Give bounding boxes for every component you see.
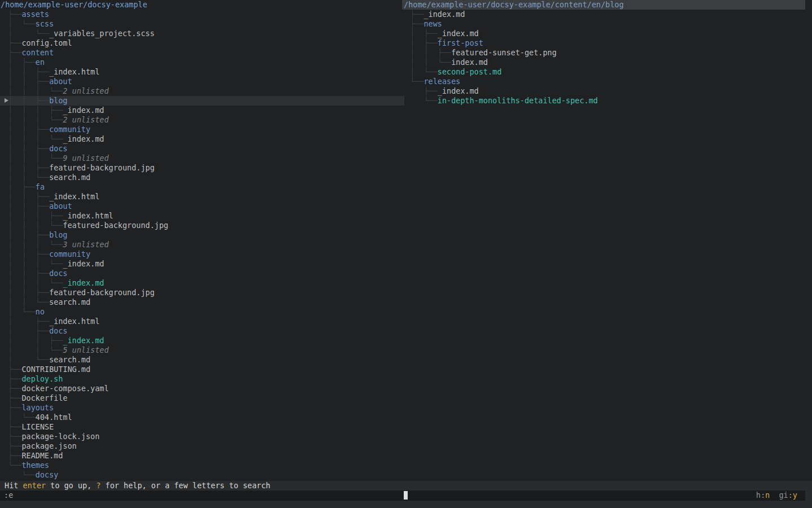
directory-name: fa (36, 182, 45, 191)
left-tree-row-41[interactable]: ├──layouts (0, 403, 404, 413)
left-tree-row-44[interactable]: ├──package-lock.json (0, 432, 404, 441)
left-tree-row-19[interactable]: │ │ ├──_index.html (0, 192, 404, 202)
right-tree-row-7[interactable]: └──releases (402, 77, 812, 86)
right-tree-row-9[interactable]: └──in-depth-monoliths-detailed-spec.md (402, 96, 812, 106)
left-tree-row-48[interactable]: └──docsy (0, 470, 404, 480)
file-name: featured-background.jpg (49, 163, 155, 172)
file-name: featured-sunset-get.png (451, 48, 557, 57)
left-tree-row-14[interactable]: │ │ ├──docs (0, 144, 404, 154)
tree-branch-lines: │ │ │ └── (8, 115, 63, 124)
tree-branch-lines: │ └── (8, 19, 36, 28)
left-tree-row-1[interactable]: │ └──scss (0, 19, 404, 29)
tree-branch-lines: ├── (8, 432, 21, 441)
left-tree-row-31[interactable]: │ └──no (0, 307, 404, 317)
unlisted-count: 9 unlisted (63, 154, 109, 163)
right-tree-row-2[interactable]: │ ├──_index.md (402, 29, 812, 38)
file-name: featured-background.jpg (49, 288, 155, 297)
left-tree-row-17[interactable]: │ │ └──search.md (0, 173, 404, 182)
left-tree-row-29[interactable]: │ │ ├──featured-background.jpg (0, 288, 404, 297)
left-tree-row-24[interactable]: │ │ │ └──3 unlisted (0, 240, 404, 249)
left-tree-row-35[interactable]: │ │ └──5 unlisted (0, 345, 404, 355)
left-tree-row-47[interactable]: └──themes (0, 461, 404, 470)
left-tree-row-10[interactable]: │ │ │ ├──_index.md (0, 106, 404, 115)
left-tree-row-25[interactable]: │ │ ├──community (0, 249, 404, 259)
left-tree-row-28[interactable]: │ │ │ └──_index.md (0, 278, 404, 288)
file-name: README.md (21, 451, 63, 460)
tree-branch-lines: ├── (8, 422, 21, 431)
right-tree-row-3[interactable]: │ ├──first-post (402, 38, 812, 48)
left-tree-row-26[interactable]: │ │ │ └──_index.md (0, 259, 404, 269)
left-tree-row-5[interactable]: │ ├──en (0, 58, 404, 67)
directory-name: docsy (36, 470, 59, 479)
left-tree-row-27[interactable]: │ │ ├──docs (0, 269, 404, 278)
tree-branch-lines: └── (8, 470, 36, 479)
right-tree-row-1[interactable]: ├──news (402, 19, 812, 29)
left-tree-row-13[interactable]: │ │ │ └──_index.md (0, 134, 404, 144)
left-tree-row-12[interactable]: │ │ ├──community (0, 125, 404, 134)
tree-branch-lines: │ ├── (410, 38, 438, 47)
left-tree-row-2[interactable]: │ └──_variables_project.scss (0, 29, 404, 38)
command-input[interactable]: :e h:n gi:y (0, 491, 805, 501)
file-name: 404.html (36, 413, 72, 422)
left-tree-row-34[interactable]: │ │ ├──_index.md (0, 336, 404, 345)
status-key-hint: enter (23, 481, 46, 490)
left-tree-row-38[interactable]: ├──deploy.sh (0, 374, 404, 384)
file-name: search.md (49, 297, 90, 306)
status-key-hint: ? (96, 481, 101, 490)
tree-branch-lines: ├── (8, 48, 21, 57)
right-tree-row-4[interactable]: │ │ ├──featured-sunset-get.png (402, 48, 812, 58)
unlisted-count: 3 unlisted (63, 240, 109, 249)
tree-branch-lines: │ └── (8, 29, 49, 38)
left-tree-row-16[interactable]: │ │ ├──featured-background.jpg (0, 163, 404, 173)
tree-branch-lines: │ └── (8, 307, 36, 316)
tree-branch-lines: │ │ │ └── (8, 86, 63, 95)
left-tree-row-21[interactable]: │ │ │ ├──_index.html (0, 211, 404, 221)
left-tree-row-37[interactable]: ├──CONTRIBUTING.md (0, 365, 404, 374)
left-tree-row-23[interactable]: │ │ ├──blog (0, 230, 404, 240)
flag-label: h: (756, 491, 765, 500)
left-tree-row-11[interactable]: │ │ │ └──2 unlisted (0, 115, 404, 125)
left-tree-row-6[interactable]: │ │ ├──_index.html (0, 67, 404, 77)
left-tree-row-30[interactable]: │ │ └──search.md (0, 297, 404, 307)
left-tree-row-42[interactable]: │ └──404.html (0, 413, 404, 422)
left-tree-row-4[interactable]: ├──content (0, 48, 404, 58)
left-tree-row-46[interactable]: ├──README.md (0, 451, 404, 461)
tree-branch-lines: │ │ ├── (8, 336, 63, 345)
left-tree-row-20[interactable]: │ │ ├──about (0, 202, 404, 211)
tree-branch-lines: └── (410, 96, 438, 105)
unlisted-count: 2 unlisted (63, 115, 109, 124)
left-tree-row-36[interactable]: │ └──search.md (0, 355, 404, 365)
left-tree-row-7[interactable]: │ │ ├──about (0, 77, 404, 86)
left-tree-row-18[interactable]: │ ├──fa (0, 182, 404, 192)
tree-branch-lines: │ ├── (8, 317, 49, 326)
left-tree-row-39[interactable]: ├──docker-compose.yaml (0, 384, 404, 393)
right-panel-path[interactable]: /home/example-user/docsy-example/content… (402, 0, 805, 10)
left-tree-row-8[interactable]: │ │ │ └──2 unlisted (0, 86, 404, 96)
directory-name: blog (49, 230, 68, 239)
tree-branch-lines: ├── (410, 10, 423, 19)
left-tree-row-45[interactable]: ├──package.json (0, 441, 404, 451)
left-tree-row-22[interactable]: │ │ │ └──featured-background.jpg (0, 221, 404, 230)
left-tree-row-15[interactable]: │ │ │ └──9 unlisted (0, 154, 404, 163)
tree-branch-lines: ├── (8, 384, 21, 393)
unlisted-count: 5 unlisted (63, 345, 109, 354)
right-tree-row-6[interactable]: │ └──second-post.md (402, 67, 812, 77)
left-tree-row-43[interactable]: ├──LICENSE (0, 422, 404, 432)
right-tree-row-8[interactable]: ├──_index.md (402, 86, 812, 96)
tree-branch-lines: │ │ └── (8, 297, 49, 306)
left-tree-row-0[interactable]: ├──assets (0, 10, 404, 19)
tree-branch-lines: │ │ ├── (8, 96, 49, 105)
flag-label (770, 491, 779, 500)
right-tree-row-5[interactable]: │ │ └──index.md (402, 58, 812, 67)
left-tree-row-40[interactable]: ├──Dockerfile (0, 393, 404, 403)
directory-name: blog (49, 96, 68, 105)
left-panel-path[interactable]: /home/example-user/docsy-example (0, 0, 404, 10)
tree-branch-lines: │ │ ├── (8, 288, 49, 297)
right-tree-rows: ├──_index.md├──news│ ├──_index.md│ ├──fi… (402, 10, 812, 106)
flag-value: y (793, 491, 797, 500)
left-tree-row-32[interactable]: │ ├──_index.html (0, 317, 404, 326)
right-tree-row-0[interactable]: ├──_index.md (402, 10, 812, 19)
left-tree-row-9[interactable]: │ │ ├──blog (0, 96, 404, 106)
left-tree-row-3[interactable]: ├──config.toml (0, 38, 404, 48)
left-tree-row-33[interactable]: │ ├──docs (0, 326, 404, 336)
